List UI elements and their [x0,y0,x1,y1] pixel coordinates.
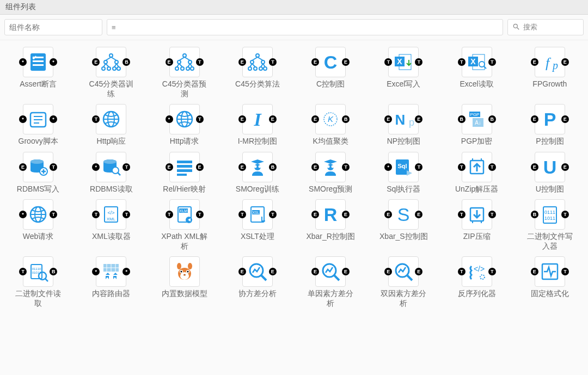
component-item[interactable]: </>XMLTTXML读取器 [77,199,145,251]
component-label: ZIP压缩 [463,232,491,242]
component-label: XML读取器 [92,232,131,242]
component-item[interactable]: PGPA↓BBPGP加密 [443,104,511,146]
component-item[interactable]: TTUnZip解压器 [443,152,511,194]
component-item[interactable]: *TRDBMS读取 [77,152,145,194]
component-item[interactable]: EBC45分类器训练 [77,47,145,99]
component-item[interactable]: UEEU控制图 [516,152,584,194]
port-right: T [196,211,204,218]
component-item[interactable]: KEBK均值聚类 [297,104,364,146]
component-icon: XLMTT [169,199,200,230]
component-label: Http请求 [170,137,199,146]
svg-point-9 [102,67,105,70]
svg-line-14 [111,57,117,60]
component-icon: EE [242,256,273,287]
component-item[interactable]: ETC45分类算法 [224,47,291,99]
component-item[interactable]: SEEXbar_S控制图 [370,199,437,251]
component-item[interactable]: EE协方差分析 [224,256,291,308]
component-item[interactable]: 内置数据模型 [151,256,218,308]
breadcrumb-bar[interactable]: ≡ [107,19,503,35]
port-right: T [561,268,569,275]
port-left: * [384,163,392,171]
component-item[interactable]: Sql*TSql执行器 [370,152,437,194]
port-left: E [238,163,246,171]
svg-text:C: C [324,52,338,72]
component-item[interactable]: XTTExcel写入 [370,47,437,99]
component-icon: EE [388,256,419,287]
svg-text:X: X [470,57,476,66]
svg-text:N: N [395,112,406,128]
component-item[interactable]: *THttp请求 [151,104,218,146]
port-right: E [415,268,422,275]
component-item[interactable]: THttp响应 [77,104,145,146]
component-icon: ET [535,256,565,287]
svg-point-20 [177,60,181,64]
port-left: E [384,211,392,218]
component-item[interactable]: ET固定格式化 [516,256,584,308]
component-item[interactable]: 01111011BT二进制文件写入器 [516,199,584,251]
component-label: 二进制文件写入器 [525,232,574,251]
component-item[interactable]: REEXbar_R控制图 [297,199,364,251]
svg-point-12 [117,67,120,70]
svg-line-83 [118,173,120,175]
component-item[interactable]: XLMTTXPath XML解析 [151,199,218,251]
component-item[interactable]: EE双因素方差分析 [370,256,437,308]
port-right: E [561,58,569,66]
component-item[interactable]: CEEC控制图 [297,47,364,99]
component-icon: IEE [242,104,273,134]
port-left: E [19,163,27,171]
svg-text:XSL: XSL [252,211,259,214]
component-item[interactable]: EE单因素方差分析 [297,256,364,308]
svg-line-26 [179,57,185,60]
port-right: T [415,163,422,171]
port-right: E [269,115,277,123]
svg-rect-85 [177,165,192,168]
svg-point-141 [180,271,182,273]
component-item[interactable]: EERel/Hier映射 [151,152,218,194]
component-item[interactable]: XSLTTXSLT处理 [224,199,291,251]
svg-point-23 [181,67,184,70]
component-item[interactable]: PEEP控制图 [516,104,584,146]
component-item[interactable]: </>TT反序列化器 [443,256,511,308]
component-label: Rel/Hier映射 [163,185,206,194]
component-item[interactable]: ETC45分类器预测 [151,47,218,99]
component-item[interactable]: EBSMOreg训练 [224,152,291,194]
component-item[interactable]: fpEEFPGrowth [516,47,584,99]
port-left: E [531,268,538,275]
svg-text:0111: 0111 [544,210,555,215]
component-icon: </>XMLTT [96,199,126,230]
component-name-input[interactable] [4,19,102,35]
component-item[interactable]: **Assert断言 [4,47,72,99]
svg-point-142 [187,271,188,273]
port-right: E [415,211,422,218]
port-right: E [415,115,422,123]
component-item[interactable]: **内容路由器 [77,256,145,308]
search-box[interactable]: 搜索 [507,19,584,35]
svg-text:1011: 1011 [544,216,555,221]
component-item[interactable]: *TWeb请求 [4,199,72,251]
component-icon: ET [315,152,346,182]
component-icon: XTT [462,47,492,77]
component-icon: *T [96,152,126,182]
component-item[interactable]: 0111001011TB二进制文件读取 [4,256,72,308]
component-label: 协方差分析 [238,289,277,299]
component-label: NP控制图 [387,137,420,146]
component-item[interactable]: **Groovy脚本 [4,104,72,146]
component-icon: XSLTT [242,199,273,230]
component-icon: UEE [535,152,565,182]
component-item[interactable]: IEEI-MR控制图 [224,104,291,146]
component-label: XSLT处理 [241,232,274,242]
port-right: T [488,58,496,66]
component-label: 反序列化器 [458,289,496,299]
svg-point-138 [180,272,189,280]
component-item[interactable]: TTZIP压缩 [443,199,511,251]
component-item[interactable]: NpEENP控制图 [370,104,437,146]
port-left: T [238,211,246,218]
port-left: E [311,115,319,123]
component-item[interactable]: ETSMOreg预测 [297,152,364,194]
component-icon: REE [315,199,346,230]
component-item[interactable]: ETRDBMS写入 [4,152,72,194]
component-icon: EE [315,256,346,287]
port-right: T [196,58,204,66]
port-left: T [92,115,100,123]
component-item[interactable]: XTTExcel读取 [443,47,511,99]
